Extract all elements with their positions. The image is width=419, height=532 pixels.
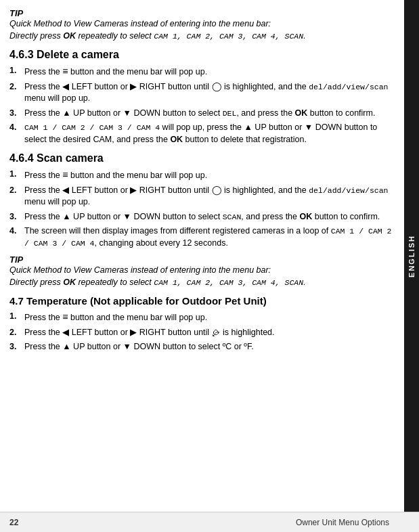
tip1-line1: Quick Method to View Cameras instead of … — [9, 19, 271, 28]
footer: 22 Owner Unit Menu Options — [0, 512, 419, 532]
list-item: 3. Press the ▲ UP button or ▼ DOWN butto… — [9, 341, 395, 353]
list-item: 1. Press the ≡ button and the menu bar w… — [9, 311, 395, 324]
list-item: 1. Press the ≡ button and the menu bar w… — [9, 65, 395, 79]
list-item: 4. CAM 1 / CAM 2 / CAM 3 / CAM 4 will po… — [9, 122, 395, 146]
list-content: Press the ≡ button and the menu bar will… — [24, 169, 395, 182]
tip1-line2-pre: Directly press — [9, 31, 63, 41]
tip2-line2-pre: Directly press — [9, 278, 63, 287]
section-463-heading: 4.6.3 Delete a camera — [9, 49, 395, 61]
tip1-line2-post: repeatedly to select — [76, 31, 154, 41]
tip1-end: . — [303, 31, 305, 41]
list-content: CAM 1 / CAM 2 / CAM 3 / CAM 4 will pop u… — [24, 122, 395, 146]
tip2-line1: Quick Method to View Cameras instead of … — [9, 265, 271, 275]
tip-block-2: TIP Quick Method to View Cameras instead… — [9, 254, 395, 288]
footer-title: Owner Unit Menu Options — [296, 518, 389, 527]
tip2-line2-post: repeatedly to select — [76, 278, 154, 287]
list-item: 3. Press the ▲ UP button or ▼ DOWN butto… — [9, 211, 395, 223]
tip-text-1: Quick Method to View Cameras instead of … — [9, 18, 395, 42]
tip-text-2: Quick Method to View Cameras instead of … — [9, 265, 395, 288]
list-content: Press the ≡ button and the menu bar will… — [24, 311, 395, 324]
list-num: 3. — [9, 108, 24, 120]
section-47-list: 1. Press the ≡ button and the menu bar w… — [9, 311, 395, 353]
main-content: TIP Quick Method to View Cameras instead… — [0, 0, 419, 532]
section-47-heading: 4.7 Temperature (Not applicable for Outd… — [9, 295, 395, 307]
list-content: Press the ▲ UP button or ▼ DOWN button t… — [24, 108, 395, 120]
tip-block-1: TIP Quick Method to View Cameras instead… — [9, 8, 395, 42]
list-num: 1. — [9, 169, 24, 182]
list-item: 2. Press the ◀ LEFT button or ▶ RIGHT bu… — [9, 327, 395, 339]
list-content: Press the ◀ LEFT button or ▶ RIGHT butto… — [24, 81, 395, 105]
tip-label-1: TIP — [9, 8, 395, 18]
list-num: 1. — [9, 311, 24, 324]
list-num: 2. — [9, 327, 24, 339]
list-content: Press the ◀ LEFT button or ▶ RIGHT butto… — [24, 327, 395, 339]
section-464-heading: 4.6.4 Scan camera — [9, 152, 395, 164]
list-item: 3. Press the ▲ UP button or ▼ DOWN butto… — [9, 108, 395, 120]
list-content: Press the ▲ UP button or ▼ DOWN button t… — [24, 211, 395, 223]
list-num: 1. — [9, 65, 24, 79]
list-content: Press the ◀ LEFT button or ▶ RIGHT butto… — [24, 185, 395, 208]
list-num: 3. — [9, 211, 24, 223]
list-item: 2. Press the ◀ LEFT button or ▶ RIGHT bu… — [9, 81, 395, 105]
list-num: 3. — [9, 341, 24, 353]
tip2-end: . — [303, 278, 305, 287]
language-label: ENGLISH — [407, 235, 416, 278]
footer-page-number: 22 — [9, 518, 18, 527]
tip1-ok: OK — [63, 31, 76, 41]
section-464-list: 1. Press the ≡ button and the menu bar w… — [9, 169, 395, 249]
list-item: 4. The screen will then display images f… — [9, 225, 395, 249]
tip2-ok: OK — [63, 278, 76, 287]
section-463-list: 1. Press the ≡ button and the menu bar w… — [9, 65, 395, 146]
list-num: 4. — [9, 122, 24, 146]
tip-label-2: TIP — [9, 254, 395, 265]
list-item: 1. Press the ≡ button and the menu bar w… — [9, 169, 395, 182]
tip2-cams: CAM 1, CAM 2, CAM 3, CAM 4, SCAN — [154, 278, 303, 287]
list-content: Press the ≡ button and the menu bar will… — [24, 65, 395, 79]
list-num: 4. — [9, 225, 24, 249]
list-num: 2. — [9, 81, 24, 105]
list-content: Press the ▲ UP button or ▼ DOWN button t… — [24, 341, 395, 353]
tip1-cams: CAM 1, CAM 2, CAM 3, CAM 4, SCAN — [154, 32, 303, 41]
list-item: 2. Press the ◀ LEFT button or ▶ RIGHT bu… — [9, 185, 395, 208]
language-tab: ENGLISH — [404, 0, 419, 512]
list-num: 2. — [9, 185, 24, 208]
list-content: The screen will then display images from… — [24, 225, 395, 249]
